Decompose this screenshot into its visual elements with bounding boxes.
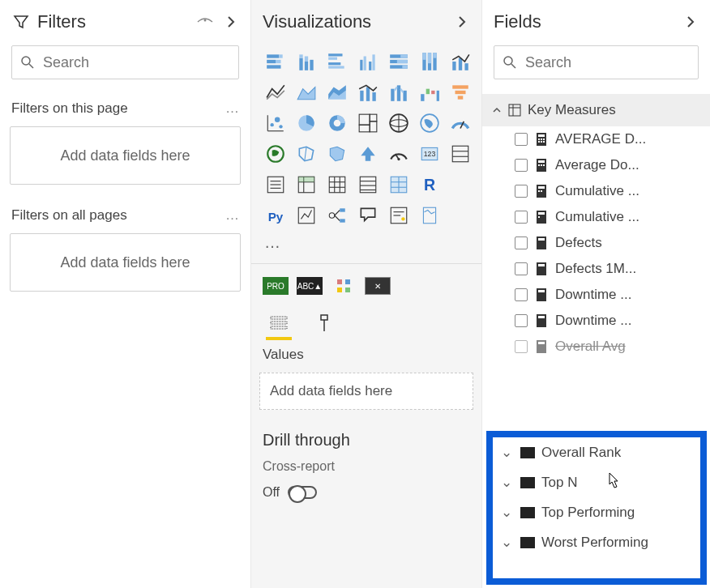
viz-stacked-column[interactable] [293,49,319,75]
badge-abcd[interactable]: ABC▲ [297,277,323,295]
viz-arcgis[interactable] [263,141,289,167]
svg-rect-18 [364,57,366,70]
tab-format[interactable] [311,309,337,340]
cross-report-toggle[interactable] [288,486,317,499]
svg-rect-11 [305,57,308,62]
checkbox[interactable] [515,159,528,172]
viz-line-column[interactable] [447,49,473,75]
viz-scatter[interactable] [263,110,289,136]
collapse-icon[interactable] [452,12,472,32]
viz-table2[interactable] [355,172,381,198]
values-dropzone[interactable]: Add data fields here [259,373,473,410]
divider [251,263,481,264]
viz-key-influencers[interactable] [293,202,319,228]
folder-item[interactable]: ⌄ Top N [493,467,700,497]
viz-matrix[interactable] [324,172,350,198]
field-item[interactable]: Defects [482,230,710,256]
field-item[interactable]: Cumulative ... [482,178,710,204]
viz-stacked-bar[interactable] [263,49,289,75]
filters-search[interactable] [11,45,239,79]
viz-placeholder[interactable] [447,172,473,198]
viz-donut[interactable] [324,110,350,136]
checkbox[interactable] [515,288,528,301]
badge-squares[interactable] [331,277,357,295]
svg-rect-59 [370,121,377,132]
filters-all-dropzone[interactable]: Add data fields here [10,233,241,292]
viz-area[interactable] [293,79,319,105]
badge-x[interactable]: ✕ [365,277,391,295]
viz-filled-map[interactable] [417,110,443,136]
checkbox[interactable] [515,185,528,198]
viz-shape-map[interactable] [293,141,319,167]
svg-rect-58 [370,114,377,121]
viz-gauge[interactable] [447,110,473,136]
viz-ribbon[interactable] [386,79,412,105]
viz-pie[interactable] [293,110,319,136]
field-item[interactable]: Cumulative ... [482,204,710,230]
chevron-down-icon: ⌄ [501,444,514,461]
viz-funnel[interactable] [447,79,473,105]
search-icon [20,55,35,70]
svg-line-101 [335,215,340,221]
checkbox[interactable] [515,236,528,249]
viz-paginated[interactable] [417,202,443,228]
svg-line-2 [29,64,33,68]
viz-clustered-column[interactable] [355,49,381,75]
viz-table[interactable] [293,172,319,198]
folder-item[interactable]: ⌄ Overall Rank [493,437,700,467]
collapse-icon[interactable] [221,12,241,32]
checkbox[interactable] [515,314,528,327]
badge-pro[interactable]: PRO [263,277,289,295]
viz-waterfall[interactable] [417,79,443,105]
viz-line-stacked-column[interactable] [355,79,381,105]
folder-item[interactable]: ⌄ Worst Performing [493,527,700,557]
viz-multirow-card[interactable] [447,141,473,167]
viz-100-stacked-column[interactable] [417,49,443,75]
field-group-header[interactable]: Key Measures [482,94,710,126]
more-icon[interactable]: … [225,100,239,117]
viz-placeholder2[interactable] [447,202,473,228]
viz-matrix2[interactable] [386,172,412,198]
fields-header: Fields [482,0,710,40]
viz-decomposition[interactable] [324,202,350,228]
tab-fields[interactable] [266,309,292,340]
viz-arrow[interactable] [355,141,381,167]
field-item[interactable]: Overall Avg [482,334,710,360]
viz-python[interactable]: Py [263,202,289,228]
svg-rect-57 [359,114,370,125]
folder-icon [520,537,535,548]
fields-search[interactable] [494,45,699,79]
filters-page-dropzone[interactable]: Add data fields here [10,126,241,185]
viz-qa[interactable] [355,202,381,228]
viz-100-stacked-bar[interactable] [386,49,412,75]
more-icon[interactable]: … [225,207,239,224]
viz-azure-map[interactable] [324,141,350,167]
collapse-icon[interactable] [681,12,700,32]
svg-rect-44 [431,91,434,94]
checkbox[interactable] [515,262,528,275]
viz-stacked-area[interactable] [324,79,350,105]
field-item[interactable]: Downtime ... [482,308,710,334]
field-item[interactable]: Average Do... [482,152,710,178]
viz-r-script[interactable]: R [417,172,443,198]
viz-line[interactable] [263,79,289,105]
checkbox[interactable] [515,340,528,353]
viz-map[interactable] [386,110,412,136]
folder-item[interactable]: ⌄ Top Performing [493,497,700,527]
field-item[interactable]: Defects 1M... [482,256,710,282]
visibility-icon[interactable] [195,12,215,32]
viz-smart-narrative[interactable] [386,202,412,228]
field-item[interactable]: Downtime ... [482,282,710,308]
checkbox[interactable] [515,211,528,224]
viz-card[interactable]: 123 [417,141,443,167]
viz-more[interactable]: … [251,233,481,258]
filters-search-input[interactable] [43,54,231,71]
checkbox[interactable] [515,133,528,146]
fields-search-input[interactable] [525,54,710,71]
svg-rect-45 [437,91,439,101]
viz-clustered-bar[interactable] [324,49,350,75]
viz-slicer[interactable] [263,172,289,198]
viz-treemap[interactable] [355,110,381,136]
field-item[interactable]: AVERAGE D... [482,126,710,152]
viz-kpi[interactable] [386,141,412,167]
